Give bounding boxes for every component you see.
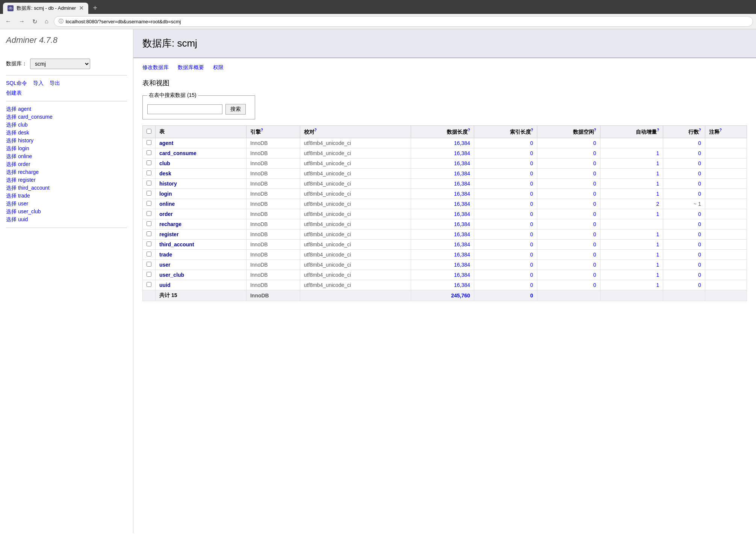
table-link-uuid[interactable]: uuid [159, 282, 171, 288]
comment-cell [705, 189, 747, 199]
lock-icon: ⓘ [59, 18, 64, 25]
db-select[interactable]: scmj [30, 59, 90, 69]
table-name-cell: user_club [156, 270, 246, 280]
row-select-checkbox[interactable] [147, 211, 151, 216]
table-link-desk[interactable]: desk [159, 170, 171, 176]
home-button[interactable]: ⌂ [42, 17, 51, 26]
sidebar-table-third-account[interactable]: 选择 third_account [6, 185, 50, 191]
comment-cell [705, 259, 747, 270]
sidebar-table-online[interactable]: 选择 online [6, 153, 32, 159]
sidebar-table-desk[interactable]: 选择 desk [6, 130, 29, 136]
engine-cell: InnoDB [246, 168, 300, 178]
modify-db-link[interactable]: 修改数据库 [142, 64, 169, 71]
table-link-card_consume[interactable]: card_consume [159, 150, 197, 156]
table-link-online[interactable]: online [159, 201, 175, 207]
index-length-cell: 0 [474, 239, 537, 249]
row-select-checkbox[interactable] [147, 181, 151, 186]
table-link-register[interactable]: register [159, 231, 178, 237]
sidebar-table-trade[interactable]: 选择 trade [6, 193, 30, 199]
sidebar-table-history[interactable]: 选择 history [6, 137, 33, 143]
address-bar[interactable]: ⓘ localhost:8080/?server=db&username=roo… [54, 16, 753, 27]
table-link-login[interactable]: login [159, 191, 172, 197]
row-select-checkbox[interactable] [147, 262, 151, 267]
data-free-help[interactable]: ? [594, 128, 596, 132]
table-link-order[interactable]: order [159, 211, 173, 217]
row-select-checkbox[interactable] [147, 231, 151, 236]
new-tab-button[interactable]: + [90, 2, 100, 14]
sidebar-table-register[interactable]: 选择 register [6, 177, 36, 183]
rows-cell: 0 [663, 280, 705, 290]
index-length-help[interactable]: ? [531, 128, 533, 132]
select-all-checkbox[interactable] [147, 129, 151, 134]
row-select-checkbox[interactable] [147, 160, 151, 165]
data-length-help[interactable]: ? [468, 128, 470, 132]
sidebar-table-club[interactable]: 选择 club [6, 122, 28, 128]
table-name-cell: agent [156, 138, 246, 148]
collation-help[interactable]: ? [314, 128, 317, 132]
table-link-agent[interactable]: agent [159, 140, 173, 146]
db-overview-link[interactable]: 数据库概要 [178, 64, 204, 71]
row-select-checkbox[interactable] [147, 150, 151, 155]
search-button[interactable]: 搜索 [225, 104, 246, 115]
rows-help[interactable]: ? [699, 128, 701, 132]
tab-close-button[interactable]: ✕ [79, 5, 84, 11]
comment-cell [705, 178, 747, 189]
import-link[interactable]: 导入 [33, 80, 44, 87]
row-select-checkbox[interactable] [147, 272, 151, 277]
data-free-cell: 0 [537, 239, 600, 249]
sidebar-table-card-consume[interactable]: 选择 card_consume [6, 114, 53, 120]
export-link[interactable]: 导出 [50, 80, 60, 87]
sidebar-table-agent[interactable]: 选择 agent [6, 106, 31, 112]
table-link-club[interactable]: club [159, 160, 170, 166]
sql-command-link[interactable]: SQL命令 [6, 80, 27, 87]
row-select-checkbox[interactable] [147, 252, 151, 256]
row-select-checkbox[interactable] [147, 170, 151, 175]
table-link-user[interactable]: user [159, 262, 171, 268]
table-name-cell: card_consume [156, 148, 246, 158]
table-link-trade[interactable]: trade [159, 252, 172, 258]
sidebar-table-user[interactable]: 选择 user [6, 201, 28, 207]
index-length-cell: 0 [474, 259, 537, 270]
sidebar-table-user-club[interactable]: 选择 user_club [6, 208, 41, 214]
db-label: 数据库： [6, 60, 27, 67]
reload-button[interactable]: ↻ [30, 17, 39, 27]
search-input[interactable] [147, 104, 222, 114]
back-button[interactable]: ← [3, 17, 14, 26]
sidebar-table-login[interactable]: 选择 login [6, 145, 29, 151]
row-checkbox [143, 209, 156, 219]
engine-help[interactable]: ? [261, 128, 263, 132]
engine-cell: InnoDB [246, 138, 300, 148]
table-link-third_account[interactable]: third_account [159, 241, 194, 247]
permissions-link[interactable]: 权限 [213, 64, 224, 71]
auto-increment-help[interactable]: ? [657, 128, 659, 132]
table-name-cell: third_account [156, 239, 246, 249]
row-select-checkbox[interactable] [147, 201, 151, 206]
list-item: 选择 history [6, 137, 127, 144]
auto-increment-cell: 1 [600, 148, 663, 158]
header-checkbox [143, 126, 156, 138]
db-selector-row: 数据库： scmj [6, 59, 127, 69]
data-free-cell: 0 [537, 219, 600, 229]
sidebar-table-uuid[interactable]: 选择 uuid [6, 216, 28, 222]
table-link-recharge[interactable]: recharge [159, 221, 181, 227]
rows-cell: 0 [663, 219, 705, 229]
collation-cell: utf8mb4_unicode_ci [300, 239, 411, 249]
row-select-checkbox[interactable] [147, 282, 151, 287]
table-link-history[interactable]: history [159, 181, 177, 187]
table-link-user_club[interactable]: user_club [159, 272, 184, 278]
create-table-link[interactable]: 创建表 [6, 90, 127, 97]
collation-cell: utf8mb4_unicode_ci [300, 270, 411, 280]
forward-button[interactable]: → [17, 17, 27, 26]
sidebar-table-recharge[interactable]: 选择 recharge [6, 169, 39, 175]
row-select-checkbox[interactable] [147, 191, 151, 196]
table-name-cell: order [156, 209, 246, 219]
sidebar-table-order[interactable]: 选择 order [6, 161, 30, 167]
row-select-checkbox[interactable] [147, 140, 151, 145]
rows-cell: 0 [663, 270, 705, 280]
row-select-checkbox[interactable] [147, 241, 151, 246]
footer-collation [300, 290, 411, 301]
row-select-checkbox[interactable] [147, 221, 151, 226]
auto-increment-cell: 1 [600, 229, 663, 239]
comment-help[interactable]: ? [720, 128, 722, 132]
active-tab[interactable]: db 数据库: scmj - db - Adminer ✕ [3, 3, 88, 14]
